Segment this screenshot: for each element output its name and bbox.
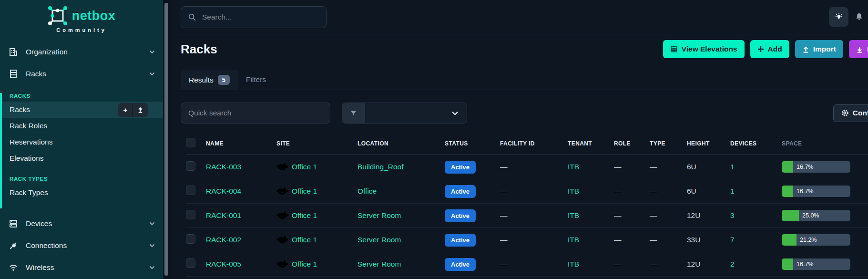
import-racks-button[interactable] [133,103,148,117]
tenant-link[interactable]: ITB [568,163,579,171]
filter-select[interactable] [365,103,467,123]
tenant-link[interactable]: ITB [568,211,579,219]
col-header-height[interactable]: HEIGHT [687,140,730,147]
height-value: 6U [687,163,730,171]
row-checkbox[interactable] [186,210,195,219]
view-elevations-button[interactable]: View Elevations [663,40,745,58]
sidebar-subitem-rack-roles[interactable]: Rack Roles [2,118,163,134]
plus-icon [757,46,764,52]
sidebar-subitem-rack-types[interactable]: Rack Types [2,185,163,201]
height-value: 33U [687,236,730,244]
rack-name-link[interactable]: RACK-003 [206,163,241,171]
space-percent-label: 25.0% [802,212,819,219]
sidebar-subitem-elevations[interactable]: Elevations [2,150,163,166]
rack-name-link[interactable]: RACK-005 [206,260,241,268]
site-link[interactable]: Office 1 [292,211,317,220]
add-rack-button[interactable]: + [118,103,133,117]
site-link[interactable]: Office 1 [292,187,317,196]
col-header-type[interactable]: TYPE [650,140,687,147]
global-search[interactable] [181,6,327,28]
quick-search-input[interactable] [188,109,323,117]
col-header-location[interactable]: LOCATION [357,140,445,147]
facility-id-value: — [500,187,568,196]
sidebar-subitem-racks[interactable]: Racks + [2,102,163,118]
site-flag-redacted [276,236,289,245]
site-link[interactable]: Office 1 [292,260,317,269]
select-all-checkbox[interactable] [186,138,195,147]
table-row: RACK-002 Office 1 Server Room Active — I… [186,228,868,252]
export-button[interactable]: Export [849,40,868,58]
location-link[interactable]: Server Room [357,236,401,244]
global-search-input[interactable] [202,13,319,21]
table-row: RACK-001 Office 1 Server Room Active — I… [186,204,868,228]
col-header-role[interactable]: ROLE [614,140,650,147]
tenant-link[interactable]: ITB [568,260,579,268]
table-row: RACK-004 Office 1 Office Active — ITB — … [186,179,868,204]
type-value: — [650,260,687,269]
theme-toggle-button[interactable] [829,7,848,27]
brand-logo[interactable]: netbox [0,6,163,26]
devices-link[interactable]: 7 [730,236,735,244]
col-header-space: SPACE [782,140,868,147]
tab-results[interactable]: Results 5 [181,70,238,90]
gear-icon [841,109,849,117]
col-header-tenant[interactable]: TENANT [568,140,614,147]
location-link[interactable]: Server Room [357,260,401,268]
rack-name-link[interactable]: RACK-002 [206,236,241,244]
site-flag-redacted [276,260,289,269]
tab-bar: Results 5 Filters [170,70,868,90]
notifications-bell-icon[interactable] [854,12,864,22]
sidebar-scrollbar [163,0,170,279]
tab-filters[interactable]: Filters [238,69,274,90]
rack-name-link[interactable]: RACK-001 [206,211,241,219]
devices-link[interactable]: 1 [730,187,735,195]
facility-id-value: — [500,236,568,244]
row-checkbox[interactable] [186,186,195,195]
space-percent-label: 16.7% [797,188,813,195]
sidebar-item-connections[interactable]: Connections [0,236,163,255]
tenant-link[interactable]: ITB [568,236,579,244]
sidebar-scrollbar-thumb[interactable] [164,3,168,276]
row-checkbox[interactable] [186,234,195,244]
configure-table-button[interactable]: Configure [833,104,868,122]
devices-link[interactable]: 3 [730,211,735,219]
row-checkbox[interactable] [186,258,195,268]
wifi-icon [9,263,18,272]
sidebar-item-organization[interactable]: Organization [0,42,163,62]
devices-link[interactable]: 2 [730,260,735,268]
type-value: — [650,187,687,196]
location-link[interactable]: Building_Roof [357,163,404,171]
location-link[interactable]: Server Room [357,211,401,219]
sidebar-item-devices[interactable]: Devices [0,214,163,233]
devices-link[interactable]: 1 [730,163,735,171]
tenant-link[interactable]: ITB [568,187,579,195]
sidebar-item-label: Organization [26,48,68,56]
sidebar-nav: Organization Racks RACKS Racks + [0,42,163,277]
col-header-status[interactable]: STATUS [445,140,500,147]
sidebar-item-wireless[interactable]: Wireless [0,258,163,277]
height-value: 12U [687,211,730,220]
status-badge: Active [445,161,476,174]
col-header-site[interactable]: SITE [276,140,357,147]
row-checkbox[interactable] [186,161,195,171]
col-header-devices[interactable]: DEVICES [730,140,782,147]
space-utilization-bar: 16.7% [782,186,850,197]
sidebar-item-racks[interactable]: Racks [0,64,163,83]
quick-search[interactable] [181,103,330,124]
col-header-facility-id[interactable]: FACILITY ID [500,140,568,147]
funnel-icon [350,110,357,117]
chevron-down-icon [149,242,155,249]
site-link[interactable]: Office 1 [292,236,317,244]
facility-id-value: — [500,260,568,269]
site-link[interactable]: Office 1 [292,163,317,171]
col-header-name[interactable]: NAME [206,140,276,147]
import-button[interactable]: Import [795,40,843,58]
location-link[interactable]: Office [357,187,377,195]
sidebar-subitem-reservations[interactable]: Reservations [2,134,163,150]
add-button[interactable]: Add [750,40,789,58]
table-header-row: NAME SITE LOCATION STATUS FACILITY ID TE… [186,132,868,155]
rack-name-link[interactable]: RACK-004 [206,187,241,195]
sidebar-item-label: Racks [26,70,46,78]
filter-funnel-button[interactable] [342,103,365,123]
button-label: View Elevations [682,45,737,53]
